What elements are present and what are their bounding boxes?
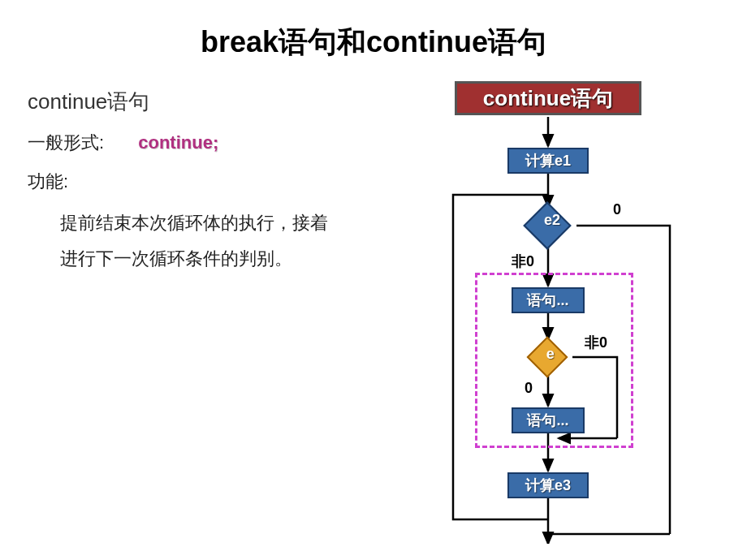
flow-step-compute-e3: 计算e3 [507,472,589,498]
function-label: 功能: [28,170,409,194]
flow-stmt-2: 语句... [512,407,585,433]
explanation-panel: continue语句 一般形式: continue; 功能: 提前结束本次循环体… [28,88,409,277]
label-e-false: 0 [525,380,533,397]
flow-step-compute-e1: 计算e1 [507,148,589,174]
page-title: break语句和continue语句 [0,0,747,62]
desc-line-1: 提前结束本次循环体的执行，接着 [60,205,409,241]
flowchart: continue语句 计算e1 e2 0 非0 语句... e 非0 0 语句.… [430,81,723,544]
description: 提前结束本次循环体的执行，接着 进行下一次循环条件的判别。 [60,205,409,277]
label-e2-true: 非0 [512,252,534,271]
form-line: 一般形式: continue; [28,131,409,155]
flow-decision-e2: e2 [523,201,571,249]
subtitle: continue语句 [28,88,409,116]
flow-stmt-1: 语句... [512,287,585,313]
desc-line-2: 进行下一次循环条件的判别。 [60,241,409,277]
label-e2-false: 0 [613,201,621,218]
flow-header: continue语句 [455,81,641,115]
label-e-true: 非0 [585,333,607,352]
form-label: 一般形式: [28,132,104,153]
keyword-continue: continue; [138,132,218,153]
